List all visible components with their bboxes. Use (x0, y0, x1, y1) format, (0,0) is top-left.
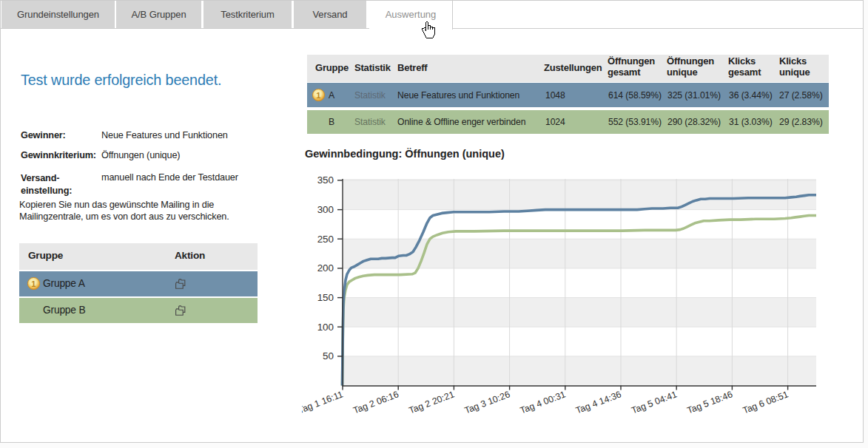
svg-text:100: 100 (317, 322, 334, 333)
svg-text:Tag 6 08:51: Tag 6 08:51 (741, 389, 790, 415)
svg-text:Tag 3 10:26: Tag 3 10:26 (463, 389, 512, 415)
svg-text:300: 300 (317, 204, 334, 215)
svg-text:250: 250 (317, 234, 334, 245)
svg-text:50: 50 (323, 350, 334, 362)
svg-text:Tag 4 14:36: Tag 4 14:36 (574, 389, 623, 415)
svg-text:1: 1 (31, 279, 36, 288)
svg-text:Tag 5 18:46: Tag 5 18:46 (685, 389, 734, 415)
svg-text:Tag 4 00:31: Tag 4 00:31 (519, 389, 568, 415)
svg-text:150: 150 (317, 292, 334, 303)
svg-text:Tag 1 16:11: Tag 1 16:11 (302, 389, 345, 415)
svg-text:1: 1 (316, 91, 320, 100)
svg-text:Tag 2 20:21: Tag 2 20:21 (407, 389, 456, 415)
svg-text:350: 350 (317, 174, 334, 186)
svg-text:200: 200 (317, 262, 334, 274)
svg-text:Tag 5 04:41: Tag 5 04:41 (630, 389, 679, 415)
svg-text:Tag 2 06:16: Tag 2 06:16 (351, 389, 400, 415)
